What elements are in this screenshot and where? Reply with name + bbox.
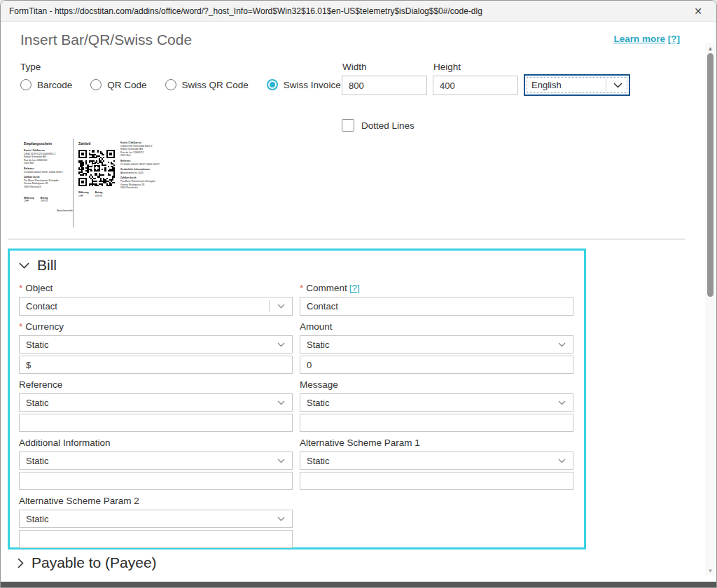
qr-finder-icon: [106, 150, 115, 158]
message-mode-select[interactable]: Static: [300, 393, 573, 412]
section-divider: [8, 239, 685, 239]
payment-title: Zahlteil: [78, 141, 119, 146]
amount-mode-select[interactable]: Static: [300, 335, 573, 354]
dialog-window: FormTitan - https://docstitan.com/addins…: [0, 0, 717, 588]
bill-section-header[interactable]: Bill: [19, 255, 577, 276]
preview-receipt-part: Empfangsschein Konto / Zahlbar an CH44 3…: [24, 141, 73, 212]
preview-payment-part: Zahlteil WährungCHF Betrag199.95: [78, 141, 119, 197]
receipt-title: Empfangsschein: [24, 141, 73, 146]
dotted-lines-label: Dotted Lines: [361, 120, 415, 131]
radio-circle-icon[interactable]: [90, 79, 102, 90]
chevron-down-icon[interactable]: [550, 400, 573, 405]
type-label: Type: [20, 62, 41, 72]
currency-label: Currency: [25, 321, 64, 332]
object-label: Object: [25, 283, 53, 293]
height-label: Height: [433, 62, 461, 72]
required-mark: *: [300, 283, 303, 293]
window-bottom-edge: [1, 582, 716, 587]
swiss-qr-invoice-preview: Empfangsschein Konto / Zahlbar an CH44 3…: [6, 135, 166, 233]
radio-circle-icon[interactable]: [165, 79, 176, 90]
message-value-input[interactable]: [300, 414, 573, 432]
object-select-value: Contact: [20, 301, 269, 312]
alt-scheme-param-1-value-input[interactable]: [300, 472, 573, 490]
radio-qr-code[interactable]: QR Code: [90, 79, 146, 90]
scrollbar-up-icon[interactable]: ▲: [705, 43, 716, 53]
width-label: Width: [342, 62, 367, 72]
comment-label: Comment: [306, 283, 347, 293]
swiss-cross-icon: [92, 164, 102, 173]
amount-mode-value: Static: [300, 340, 550, 350]
currency-mode-value: Static: [20, 340, 270, 350]
dialog-content: Insert Bar/QR/Swiss Code Learn more [?] …: [1, 22, 716, 582]
additional-information-label: Additional Information: [19, 438, 111, 448]
alt-scheme-param-1-mode-select[interactable]: Static: [300, 451, 573, 470]
language-select[interactable]: English: [524, 74, 630, 96]
alt-scheme-param-2-label: Alternative Scheme Param 2: [19, 496, 139, 506]
preview-divider: [73, 139, 74, 227]
dotted-lines-checkbox[interactable]: [342, 119, 354, 132]
radio-circle-icon[interactable]: [20, 79, 32, 90]
width-input[interactable]: [342, 76, 427, 95]
chevron-down-icon[interactable]: [270, 517, 292, 522]
learn-more-label[interactable]: Learn more: [613, 34, 665, 44]
reference-label: Reference: [19, 379, 62, 390]
chevron-down-icon[interactable]: [550, 342, 573, 347]
payee-section-header[interactable]: Payable to (Payee): [18, 554, 157, 571]
radio-swiss-qr-code[interactable]: Swiss QR Code: [165, 79, 249, 90]
additional-information-mode-select[interactable]: Static: [19, 451, 293, 470]
chevron-down-icon: [19, 262, 29, 269]
scrollbar-thumb[interactable]: [707, 53, 713, 297]
learn-more-help-icon[interactable]: [?]: [668, 34, 680, 44]
qr-finder-icon: [78, 178, 87, 186]
reference-mode-value: Static: [20, 398, 270, 408]
radio-label: Barcode: [37, 80, 72, 90]
radio-selected-icon[interactable]: [267, 79, 278, 90]
radio-label: Swiss QR Code: [182, 80, 249, 90]
amount-label: Amount: [300, 321, 333, 332]
chevron-down-icon[interactable]: [270, 342, 292, 347]
radio-barcode[interactable]: Barcode: [20, 79, 72, 90]
currency-value-input[interactable]: [19, 356, 293, 374]
required-mark: *: [19, 283, 22, 293]
additional-information-mode-value: Static: [20, 456, 270, 466]
qr-code-image: [78, 150, 115, 186]
reference-mode-select[interactable]: Static: [19, 393, 293, 412]
radio-label: QR Code: [107, 80, 146, 90]
chevron-down-icon[interactable]: [606, 83, 629, 88]
comment-help-icon[interactable]: [?]: [349, 283, 360, 293]
message-mode-value: Static: [300, 398, 550, 408]
object-select[interactable]: Contact: [19, 297, 293, 316]
alt-scheme-param-1-mode-value: Static: [300, 456, 550, 466]
height-input[interactable]: [433, 76, 518, 95]
alt-scheme-param-2-value-input[interactable]: [19, 530, 293, 548]
scrollbar[interactable]: ▲ ▼: [705, 43, 716, 575]
dotted-lines-row: Dotted Lines: [342, 119, 415, 132]
alt-scheme-param-2-mode-select[interactable]: Static: [19, 510, 293, 528]
chevron-down-icon[interactable]: [550, 458, 573, 463]
currency-mode-select[interactable]: Static: [19, 335, 293, 354]
message-label: Message: [300, 379, 338, 390]
chevron-down-icon[interactable]: [270, 458, 292, 463]
alt-scheme-param-2-mode-value: Static: [20, 514, 270, 524]
learn-more-link[interactable]: Learn more [?]: [613, 34, 680, 44]
required-mark: *: [19, 321, 22, 332]
preview-payment-info: Konto / Zahlbar an CH44 3199 9123 0008 8…: [120, 141, 166, 190]
chevron-right-icon: [18, 558, 24, 568]
qr-finder-icon: [78, 150, 87, 158]
chevron-down-icon[interactable]: [270, 400, 292, 405]
amount-value-input[interactable]: [300, 356, 573, 374]
chevron-down-icon[interactable]: [270, 304, 292, 309]
close-icon[interactable]: ✕: [688, 5, 708, 18]
window-title: FormTitan - https://docstitan.com/addins…: [9, 6, 482, 16]
bill-section: Bill *Object Contact *Comment[?]: [8, 248, 586, 550]
additional-information-value-input[interactable]: [19, 472, 293, 490]
alt-scheme-param-1-label: Alternative Scheme Param 1: [300, 438, 420, 448]
comment-input[interactable]: [300, 297, 573, 316]
payee-section-title: Payable to (Payee): [32, 554, 157, 571]
scrollbar-down-icon[interactable]: ▼: [705, 566, 716, 575]
bill-section-title: Bill: [37, 257, 57, 274]
page-title: Insert Bar/QR/Swiss Code: [20, 31, 192, 48]
language-select-value: English: [525, 80, 606, 90]
reference-value-input[interactable]: [19, 414, 293, 432]
title-bar: FormTitan - https://docstitan.com/addins…: [1, 1, 716, 22]
